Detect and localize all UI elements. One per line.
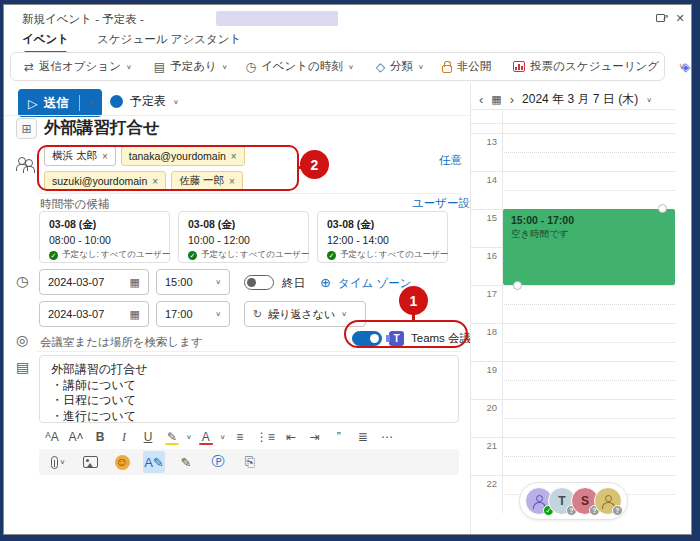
recurrence-field[interactable]: ↻ 繰り返さない ∨	[244, 301, 366, 327]
remove-icon[interactable]: ×	[152, 176, 158, 187]
italic-icon[interactable]: I	[114, 427, 134, 447]
align-icon[interactable]: ≣	[353, 427, 373, 447]
insert-toolbar: ∨☺A✎✎Ⓟ⎘	[39, 449, 459, 475]
remove-icon[interactable]: ×	[102, 151, 108, 162]
date-picker-icon[interactable]: ▦	[130, 276, 140, 289]
calendar-selector[interactable]: 予定表 ∨	[110, 93, 179, 110]
ribbon-item-show-as-busy[interactable]: ▤予定あり∨	[145, 55, 237, 79]
attendees-input[interactable]: 横浜 太郎×tanaka@yourdomain×suzuki@yourdomai…	[44, 146, 296, 191]
date-dropdown-icon[interactable]: ∨	[646, 96, 652, 103]
teams-meeting-toggle[interactable]	[352, 331, 382, 346]
avatar[interactable]: ?	[594, 487, 622, 515]
repeat-icon: ↻	[253, 308, 262, 321]
templates-icon[interactable]: ⎘	[239, 451, 261, 473]
remove-icon[interactable]: ×	[229, 176, 235, 187]
ribbon-item-poll-scheduling[interactable]: 投票のスケジューリング	[504, 55, 668, 79]
event-emoji-picker[interactable]: ⊞	[16, 118, 37, 139]
hour-label: 16	[471, 250, 497, 261]
tab-event[interactable]: イベント	[22, 32, 69, 51]
response-options-icon: ⇄	[24, 60, 34, 74]
hour-line	[471, 171, 675, 172]
title-bar: 新規イベント - 予定表 - ↗ ✕	[4, 5, 691, 32]
loop-component-icon[interactable]: A✎	[143, 451, 165, 473]
popout-icon[interactable]: ↗	[654, 11, 668, 25]
half-hour-line	[502, 456, 675, 457]
font-color-icon[interactable]: A	[196, 427, 216, 447]
selected-event-block[interactable]: 15:00 - 17:00 空き時間です	[503, 209, 675, 285]
ribbon-item-categorize[interactable]: ◇分類∨	[367, 55, 433, 79]
quote-icon[interactable]: ”	[329, 427, 349, 447]
ribbon-item-response-options[interactable]: ⇄返信オプション∨	[15, 55, 141, 79]
time-suggestion-card[interactable]: 03-08 (金) 08:00 - 10:00 ✓予定なし: すべてのユーザー	[39, 211, 170, 263]
attendee-pill[interactable]: tanaka@yourdomain×	[121, 146, 245, 166]
chevron-down-icon: ∨	[418, 63, 424, 70]
image-icon[interactable]	[79, 451, 101, 473]
clock-icon: ◷	[16, 273, 28, 289]
attendee-pill[interactable]: 横浜 太郎×	[44, 146, 116, 166]
current-date-label[interactable]: 2024 年 3 月 7 日 (木)	[522, 91, 638, 108]
send-button[interactable]: ▷送信 ∨	[18, 89, 102, 117]
editor-icon[interactable]: Ⓟ	[207, 451, 229, 473]
indent-icon[interactable]: ⇥	[305, 427, 325, 447]
timezone-link[interactable]: タイム ゾーン	[338, 276, 412, 291]
close-icon[interactable]: ✕	[673, 11, 687, 25]
resize-handle-top[interactable]	[658, 204, 667, 213]
attach-icon[interactable]: ∨	[47, 451, 69, 473]
hour-line	[471, 399, 675, 400]
attendee-pill[interactable]: suzuki@yourdomain×	[44, 171, 166, 191]
day-view-panel: ‹ ▦ › 2024 年 3 月 7 日 (木) ∨ 13 14 15 16 1…	[470, 83, 692, 534]
font-style-icon[interactable]: ᴬA	[42, 427, 62, 447]
mini-calendar-icon[interactable]: ▦	[491, 93, 501, 106]
new-event-dialog: 新規イベント - 予定表 - ↗ ✕ イベント スケジュール アシスタント ⇄返…	[3, 4, 692, 535]
highlight-icon[interactable]: ✎	[162, 427, 182, 447]
hour-label: 21	[471, 440, 497, 451]
more-format-icon[interactable]: ⋯	[377, 427, 397, 447]
body-line: 外部講習の打合せ	[51, 362, 447, 378]
date-picker-icon[interactable]: ▦	[130, 308, 140, 321]
emoji-icon[interactable]: ☺	[111, 451, 133, 473]
remove-icon[interactable]: ×	[231, 151, 237, 162]
event-body-editor[interactable]: 外部講習の打合せ・講師について・日程について・進行について	[39, 355, 459, 423]
prev-day-icon[interactable]: ‹	[479, 92, 483, 107]
hour-line	[471, 323, 675, 324]
hour-grid[interactable]: 13 14 15 16 17 18 19 20 21 22 15:00 - 17…	[471, 109, 675, 513]
underline-icon[interactable]: U	[138, 427, 158, 447]
event-time-icon: ◷	[246, 60, 256, 74]
half-hour-line	[502, 152, 675, 153]
ribbon-item-private[interactable]: 非公開	[433, 55, 501, 79]
bold-icon[interactable]: B	[90, 427, 110, 447]
end-time-field[interactable]: 17:00∨	[156, 301, 230, 327]
body-line: ・進行について	[51, 409, 447, 424]
chevron-down-icon[interactable]: ∨	[186, 433, 192, 440]
notes-icon: ▤	[16, 359, 29, 375]
resize-handle-bottom[interactable]	[513, 281, 522, 290]
send-icon: ▷	[28, 96, 38, 111]
ribbon-item-event-time[interactable]: ◷イベントの時刻∨	[237, 55, 363, 79]
next-day-icon[interactable]: ›	[510, 92, 514, 107]
hour-label: 19	[471, 364, 497, 375]
start-time-field[interactable]: 15:00∨	[156, 269, 230, 295]
event-title-input[interactable]: 外部講習打合せ	[44, 117, 160, 139]
location-search-input[interactable]: 会議室または場所を検索します	[40, 335, 203, 350]
time-suggestion-card[interactable]: 03-08 (金) 12:00 - 14:00 ✓予定なし: すべてのユーザー	[317, 211, 448, 263]
font-size-icon[interactable]: A˄	[66, 427, 86, 447]
attendee-pill[interactable]: 佐藤 一郎 ×	[171, 171, 243, 191]
start-date-field[interactable]: 2024-03-07▦	[39, 269, 149, 295]
hour-line	[471, 285, 675, 286]
chevron-down-icon[interactable]: ∨	[220, 433, 226, 440]
outdent-icon[interactable]: ⇤	[281, 427, 301, 447]
hour-label: 20	[471, 402, 497, 413]
all-day-toggle[interactable]	[244, 275, 274, 290]
optional-attendees-link[interactable]: 任意	[439, 153, 462, 168]
suggestions-label: 時間帯の候補	[40, 197, 109, 212]
end-date-field[interactable]: 2024-03-07▦	[39, 301, 149, 327]
location-icon: ◎	[16, 332, 28, 348]
send-dropdown-icon[interactable]: ∨	[80, 99, 103, 107]
time-suggestion-card[interactable]: 03-08 (金) 10:00 - 12:00 ✓予定なし: すべてのユーザー	[178, 211, 309, 263]
tab-scheduling-assistant[interactable]: スケジュール アシスタント	[97, 32, 241, 51]
numbered-list-icon[interactable]: ⋮≡	[254, 427, 277, 447]
chevron-down-icon: ∨	[222, 63, 228, 70]
bullet-list-icon[interactable]: ≡	[230, 427, 250, 447]
draw-icon[interactable]: ✎	[175, 451, 197, 473]
ribbon-collapse-icon[interactable]: ∨	[678, 61, 685, 71]
